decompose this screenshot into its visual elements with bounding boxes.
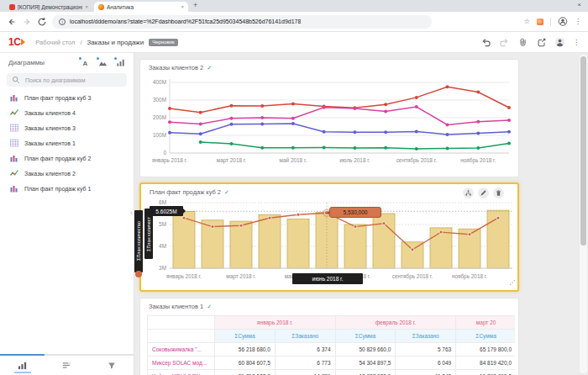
bar-chart-icon [10,184,18,193]
table-corner [148,330,215,343]
svg-text:100M: 100M [153,132,166,138]
table-cell: 10 793 695,5 [456,370,515,375]
axis-title-tooltip: ΣПлан количество [134,210,143,272]
forward-icon[interactable] [22,17,32,27]
axis-title-tooltip-truncated: ΣПлан количест [144,209,153,259]
panel-orders-clients-1[interactable]: Заказы клиентов 1✓ январь 2018 г.февраль… [139,298,519,375]
share-export-icon[interactable] [536,37,547,48]
row-label[interactable]: Чайник MOULINEX ... [148,370,215,375]
vertical-scrollbar[interactable] [580,55,587,373]
browser-tab-demo[interactable]: [КОПИЯ] Демонстрационная б × [5,2,92,12]
line-chart[interactable]: 0100M200M300M400Mянварь 2018 г.март 2018… [144,74,516,173]
undo-icon[interactable] [480,37,491,48]
tab-favicon-1c [9,4,15,10]
sidebar-item[interactable]: Заказы клиентов 3 [0,120,134,135]
breadcrumb[interactable]: Рабочий стол [35,39,75,46]
sidebar-item[interactable]: Заказы клиентов 4 [0,105,134,120]
svg-text:200M: 200M [153,114,166,120]
back-icon[interactable] [7,17,17,27]
line-chart-icon [10,108,18,117]
url-text: localhost/dddemo/ans?state=%2Fdashboard%… [70,18,301,24]
sidebar-item[interactable]: Заказы клиентов 2 [0,166,134,181]
attach-link-icon[interactable] [517,37,528,48]
logo-arrow-icon [21,39,25,45]
resize-handle[interactable] [509,274,516,289]
browser-tab-analytics[interactable]: Аналитика × [94,2,188,12]
add-text-icon[interactable]: A [81,58,90,67]
svg-text:ноябрь 2018 г.: ноябрь 2018 г. [460,157,496,164]
chart-title: План факт продаж куб 2 [150,188,221,196]
address-bar[interactable]: i localhost/dddemo/ans?state=%2Fdashboar… [52,15,432,29]
table-cell: 18 287 388,0 [335,370,396,375]
month-column-header[interactable]: январь 2018 г. [215,316,336,330]
tab-favicon-analytics [98,4,104,10]
tab-list[interactable] [45,356,89,375]
user-avatar[interactable] [554,37,565,48]
table-cell: 11 848 [396,370,456,375]
sidebar-collapse-icon[interactable]: ‹ [130,209,133,217]
sidebar-item[interactable]: Заказы клиентов 1 [0,135,134,151]
window-close-icon[interactable]: × [577,1,581,8]
month-column-header[interactable]: март 20 [456,316,515,330]
tab-close-icon[interactable]: × [85,4,88,9]
table-cell: 65 179 800,0 [456,343,515,357]
table-cell: 21 718 588,5 [215,370,276,375]
add-bar-chart-icon[interactable] [116,58,125,67]
sidebar-item[interactable]: План факт продаж куб 2 [0,151,134,166]
measure-column-header[interactable]: ΣСумма [456,330,515,343]
orders-table[interactable]: январь 2018 г.февраль 2018 г.март 20ΣСум… [147,315,515,375]
table-row: Соковыжималка "...56 218 680,06 37450 82… [148,343,516,357]
tab-diagrams[interactable] [0,356,45,375]
site-info-icon[interactable]: i [59,18,66,25]
datapoint-tooltip: 5,530,000 [329,207,381,218]
table-cell: 50 829 660,0 [335,343,396,357]
bookmark-star-icon[interactable]: ☆ [524,18,530,25]
measure-column-header[interactable]: ΣСумма [215,330,276,343]
bar-chart-icon [10,93,18,102]
search-box[interactable] [7,73,127,87]
table-chart-icon [10,139,18,147]
extension-icon[interactable] [537,18,543,25]
sidebar-item[interactable]: План факт продаж куб 3 [0,90,134,105]
scrollbar-thumb[interactable] [580,56,586,246]
panel-orders-clients-2[interactable]: Заказы клиентов 2✓ 0100M200M300M400Mянва… [139,59,519,177]
svg-text:сентябрь 2018 г.: сентябрь 2018 г. [392,273,433,280]
panel-plan-fact-cube-2[interactable]: План факт продаж куб 2✓ 3M4M5M6Mянварь 2… [139,182,519,292]
svg-text:март 2018 г.: март 2018 г. [226,273,256,280]
measure-column-header[interactable]: ΣЗаказано [275,330,335,343]
table-cell: 56 218 680,0 [215,343,276,357]
redo-icon[interactable] [499,37,510,48]
measure-column-header[interactable]: ΣЗаказано [396,330,456,343]
reload-icon[interactable] [37,17,47,27]
new-tab-button[interactable]: + [193,1,197,9]
svg-text:5M: 5M [159,221,166,227]
tab-filters[interactable] [89,356,134,375]
svg-text:6M: 6M [159,199,166,205]
svg-text:сентябрь 2018 г.: сентябрь 2018 г. [396,157,438,164]
table-cell: 6 374 [275,343,335,357]
x-axis-value-tooltip: июнь 2018 г. [292,273,363,284]
sidebar-item[interactable]: План факт продаж куб 1 [0,181,134,196]
row-label[interactable]: Миксер SOLAC мод... [148,357,215,370]
browser-menu-icon[interactable]: ⋮ [575,18,581,25]
svg-text:400M: 400M [153,79,166,85]
month-column-header[interactable]: февраль 2018 г. [335,316,456,330]
app-menu-icon[interactable]: ⋮ [573,39,580,46]
search-input[interactable] [24,77,122,84]
add-area-chart-icon[interactable] [98,58,108,67]
series-legend-dot [135,271,142,277]
table-cell: 5 763 [396,343,456,357]
tab-close-icon[interactable]: × [181,4,184,9]
divider [550,18,551,26]
table-row: Чайник MOULINEX ...21 718 588,514 07118 … [148,370,516,375]
dashboard-canvas: Заказы клиентов 2✓ 0100M200M300M400Mянва… [134,53,588,375]
measure-column-header[interactable]: ΣСумма [335,330,396,343]
browser-profile-icon[interactable] [558,17,568,27]
table-title: Заказы клиентов 1 [149,303,203,310]
svg-text:июль 2018 г.: июль 2018 г. [339,157,370,163]
tab-strip: [КОПИЯ] Демонстрационная б × Аналитика ×… [0,0,588,12]
1c-logo[interactable]: 1С [8,36,25,48]
check-icon: ✓ [224,189,229,196]
row-label[interactable]: Соковыжималка "... [148,343,215,357]
y-axis-value-tooltip: 5.6025M [150,206,183,216]
